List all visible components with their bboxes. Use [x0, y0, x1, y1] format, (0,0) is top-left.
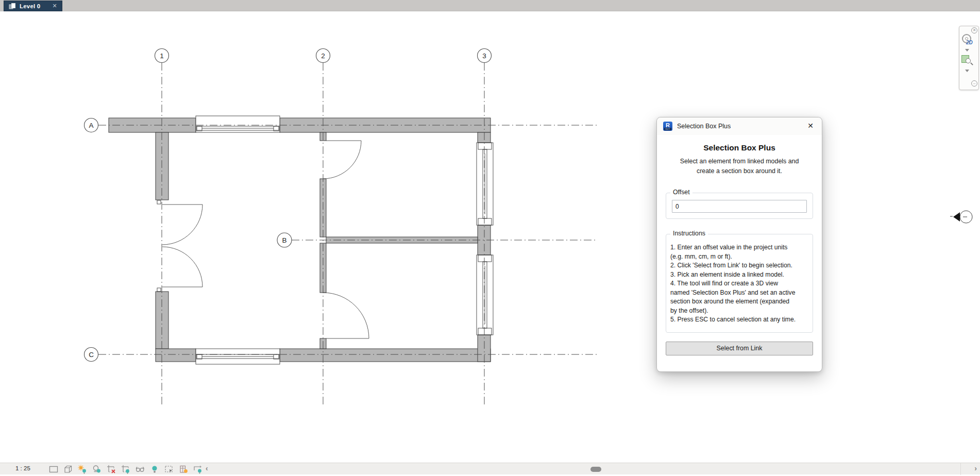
visual-style-icon[interactable]	[62, 464, 73, 474]
displacement-sets-icon[interactable]	[192, 464, 203, 474]
view-scale[interactable]: 1 : 25	[15, 465, 30, 471]
view-control-icons	[48, 464, 203, 474]
analytical-model-icon[interactable]	[178, 464, 189, 474]
navigation-bar: ✕ 2D –	[959, 26, 979, 90]
tab-label: Level 0	[20, 3, 40, 9]
dialog-close-icon[interactable]: ✕	[807, 122, 814, 129]
navbar-options-icon[interactable]: –	[971, 80, 977, 87]
magnifier-handle	[970, 62, 973, 65]
instruction-line: named 'Selection Box Plus' and set an ac…	[670, 288, 808, 298]
instruction-line: by the offset).	[670, 307, 808, 316]
instructions-label: Instructions	[670, 230, 708, 237]
grid-bubble-A: A	[89, 122, 93, 129]
grid-bubble-C: C	[89, 351, 94, 359]
select-from-link-button[interactable]: Select from Link	[666, 342, 813, 355]
instruction-line: section box around the element (expanded	[670, 297, 808, 307]
instruction-line: 2. Click 'Select from Link' to begin sel…	[670, 261, 808, 270]
dialog-heading: Selection Box Plus	[657, 143, 822, 152]
revit-icon: R RVT	[663, 122, 672, 131]
grid-bubble-B: B	[282, 236, 286, 244]
instruction-line: 1. Enter an offset value in the project …	[670, 243, 808, 252]
temporary-view-properties-icon[interactable]	[163, 464, 174, 474]
grid-bubble-1: 1	[160, 52, 164, 60]
tab-close-icon[interactable]: ✕	[52, 3, 57, 9]
grid-bubble-3: 3	[482, 52, 486, 60]
scroll-right-icon[interactable]: ›	[974, 464, 977, 472]
sun-path-icon[interactable]	[77, 464, 88, 474]
offset-groupbox: Offset	[666, 193, 813, 219]
description-line: Select an element from linked models and	[657, 157, 822, 166]
reveal-hidden-elements-icon[interactable]	[149, 464, 160, 474]
view-tab-level-0[interactable]: Level 0 ✕	[4, 1, 62, 11]
bar-divider	[960, 463, 961, 475]
collapse-bar-icon[interactable]: ‹	[206, 464, 208, 472]
instruction-line: 4. The tool will find or create a 3D vie…	[670, 279, 808, 288]
show-crop-region-icon[interactable]	[120, 464, 131, 474]
grid-bubbles[interactable]: 1 2 3 A B C	[85, 49, 492, 362]
floor-plan-icon	[9, 3, 16, 10]
description-line: create a section box around it.	[657, 166, 822, 176]
close-navbar-icon[interactable]: ✕	[971, 27, 977, 33]
selection-box-plus-dialog: R RVT Selection Box Plus ✕ Selection Box…	[656, 117, 822, 372]
h-scrollbar-thumb[interactable]	[590, 467, 601, 472]
zoom-region-icon[interactable]	[961, 55, 974, 67]
view-tab-bar: Level 0 ✕	[0, 0, 980, 11]
wheel-2d-label: 2D	[966, 40, 973, 45]
offset-label: Offset	[670, 189, 692, 196]
floor-plan-drawing: 1 2 3 A B C	[0, 11, 980, 463]
revit-window: Level 0 ✕	[0, 0, 980, 476]
instruction-line: 3. Pick an element inside a linked model…	[670, 270, 808, 280]
instructions-groupbox: Instructions 1. Enter an offset value in…	[666, 234, 813, 333]
chevron-down-icon[interactable]	[965, 49, 969, 52]
drawing-canvas[interactable]: 1 2 3 A B C ✕	[0, 11, 980, 463]
temporary-hide-isolate-icon[interactable]	[134, 464, 145, 474]
shadows-icon[interactable]	[91, 464, 102, 474]
dialog-title-bar[interactable]: R RVT Selection Box Plus ✕	[657, 117, 822, 135]
view-control-bar: 1 : 25	[0, 463, 980, 474]
grid-bubble-2: 2	[321, 52, 325, 60]
detail-level-icon[interactable]	[48, 464, 59, 474]
elevation-marker[interactable]	[950, 211, 972, 223]
dialog-title: Selection Box Plus	[677, 123, 731, 130]
dialog-description: Select an element from linked models and…	[657, 157, 822, 176]
offset-input[interactable]	[672, 200, 807, 213]
instruction-line: (e.g. mm, cm, m or ft).	[670, 252, 808, 262]
steering-wheel-2d-icon[interactable]: 2D	[960, 33, 974, 47]
crop-view-off-icon[interactable]	[106, 464, 116, 474]
instruction-line: 5. Press ESC to cancel selection at any …	[670, 315, 808, 325]
chevron-down-icon[interactable]	[965, 70, 969, 72]
